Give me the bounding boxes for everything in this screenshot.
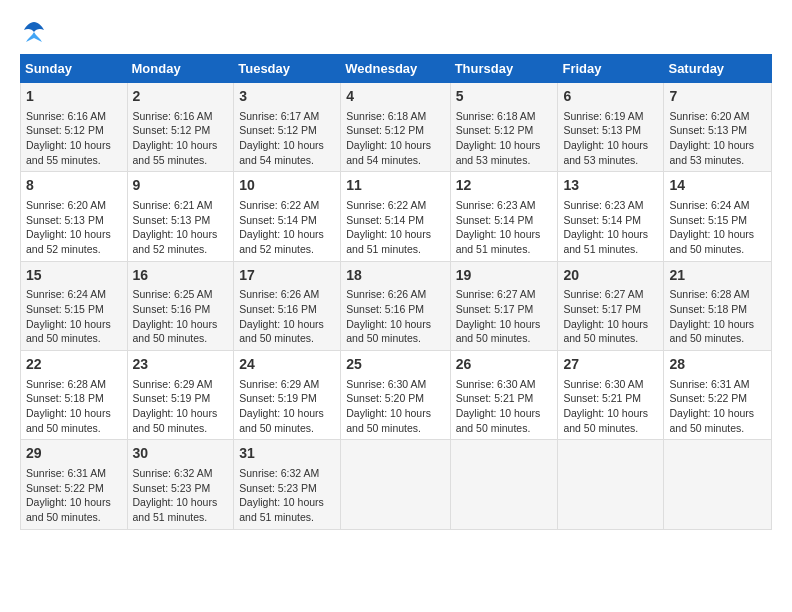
sunset-text: Sunset: 5:21 PM xyxy=(563,392,641,404)
sunrise-text: Sunrise: 6:23 AM xyxy=(563,199,643,211)
daylight-text: and 53 minutes. xyxy=(563,154,638,166)
daylight-text: Daylight: 10 hours xyxy=(239,496,324,508)
sunrise-text: Sunrise: 6:31 AM xyxy=(669,378,749,390)
calendar-cell xyxy=(341,440,450,529)
sunset-text: Sunset: 5:18 PM xyxy=(669,303,747,315)
sunrise-text: Sunrise: 6:20 AM xyxy=(669,110,749,122)
day-number: 29 xyxy=(26,444,122,464)
calendar-cell xyxy=(664,440,772,529)
sunset-text: Sunset: 5:21 PM xyxy=(456,392,534,404)
daylight-text: Daylight: 10 hours xyxy=(239,407,324,419)
logo xyxy=(20,20,52,44)
calendar-table: SundayMondayTuesdayWednesdayThursdayFrid… xyxy=(20,54,772,530)
day-number: 8 xyxy=(26,176,122,196)
sunset-text: Sunset: 5:14 PM xyxy=(346,214,424,226)
sunset-text: Sunset: 5:15 PM xyxy=(669,214,747,226)
calendar-week-row: 1Sunrise: 6:16 AMSunset: 5:12 PMDaylight… xyxy=(21,83,772,172)
sunset-text: Sunset: 5:13 PM xyxy=(563,124,641,136)
day-number: 20 xyxy=(563,266,658,286)
day-number: 3 xyxy=(239,87,335,107)
sunset-text: Sunset: 5:17 PM xyxy=(563,303,641,315)
weekday-header: Tuesday xyxy=(234,55,341,83)
calendar-week-row: 29Sunrise: 6:31 AMSunset: 5:22 PMDayligh… xyxy=(21,440,772,529)
day-number: 13 xyxy=(563,176,658,196)
calendar-cell: 17Sunrise: 6:26 AMSunset: 5:16 PMDayligh… xyxy=(234,261,341,350)
sunrise-text: Sunrise: 6:27 AM xyxy=(456,288,536,300)
sunrise-text: Sunrise: 6:24 AM xyxy=(26,288,106,300)
daylight-text: and 50 minutes. xyxy=(346,332,421,344)
daylight-text: and 50 minutes. xyxy=(26,332,101,344)
day-number: 10 xyxy=(239,176,335,196)
daylight-text: and 55 minutes. xyxy=(133,154,208,166)
daylight-text: and 54 minutes. xyxy=(346,154,421,166)
sunset-text: Sunset: 5:23 PM xyxy=(133,482,211,494)
day-number: 23 xyxy=(133,355,229,375)
daylight-text: Daylight: 10 hours xyxy=(346,228,431,240)
sunset-text: Sunset: 5:16 PM xyxy=(239,303,317,315)
sunset-text: Sunset: 5:14 PM xyxy=(239,214,317,226)
day-number: 9 xyxy=(133,176,229,196)
day-number: 28 xyxy=(669,355,766,375)
day-number: 26 xyxy=(456,355,553,375)
logo-icon xyxy=(20,20,48,44)
calendar-cell: 12Sunrise: 6:23 AMSunset: 5:14 PMDayligh… xyxy=(450,172,558,261)
sunrise-text: Sunrise: 6:30 AM xyxy=(563,378,643,390)
weekday-header: Thursday xyxy=(450,55,558,83)
sunrise-text: Sunrise: 6:22 AM xyxy=(239,199,319,211)
daylight-text: and 50 minutes. xyxy=(563,422,638,434)
daylight-text: Daylight: 10 hours xyxy=(346,407,431,419)
sunset-text: Sunset: 5:19 PM xyxy=(133,392,211,404)
calendar-cell: 3Sunrise: 6:17 AMSunset: 5:12 PMDaylight… xyxy=(234,83,341,172)
daylight-text: Daylight: 10 hours xyxy=(26,228,111,240)
day-number: 12 xyxy=(456,176,553,196)
daylight-text: Daylight: 10 hours xyxy=(239,318,324,330)
day-number: 25 xyxy=(346,355,444,375)
day-number: 2 xyxy=(133,87,229,107)
sunset-text: Sunset: 5:22 PM xyxy=(669,392,747,404)
daylight-text: and 50 minutes. xyxy=(563,332,638,344)
day-number: 15 xyxy=(26,266,122,286)
sunset-text: Sunset: 5:16 PM xyxy=(346,303,424,315)
sunrise-text: Sunrise: 6:20 AM xyxy=(26,199,106,211)
daylight-text: Daylight: 10 hours xyxy=(456,139,541,151)
sunrise-text: Sunrise: 6:21 AM xyxy=(133,199,213,211)
day-number: 4 xyxy=(346,87,444,107)
daylight-text: and 50 minutes. xyxy=(26,511,101,523)
daylight-text: and 54 minutes. xyxy=(239,154,314,166)
sunset-text: Sunset: 5:12 PM xyxy=(346,124,424,136)
calendar-cell: 14Sunrise: 6:24 AMSunset: 5:15 PMDayligh… xyxy=(664,172,772,261)
weekday-header: Monday xyxy=(127,55,234,83)
sunrise-text: Sunrise: 6:30 AM xyxy=(456,378,536,390)
day-number: 22 xyxy=(26,355,122,375)
sunrise-text: Sunrise: 6:25 AM xyxy=(133,288,213,300)
daylight-text: and 51 minutes. xyxy=(456,243,531,255)
daylight-text: Daylight: 10 hours xyxy=(456,318,541,330)
sunset-text: Sunset: 5:12 PM xyxy=(239,124,317,136)
calendar-cell: 29Sunrise: 6:31 AMSunset: 5:22 PMDayligh… xyxy=(21,440,128,529)
daylight-text: Daylight: 10 hours xyxy=(133,496,218,508)
calendar-cell xyxy=(558,440,664,529)
daylight-text: Daylight: 10 hours xyxy=(239,139,324,151)
sunrise-text: Sunrise: 6:29 AM xyxy=(133,378,213,390)
calendar-cell: 31Sunrise: 6:32 AMSunset: 5:23 PMDayligh… xyxy=(234,440,341,529)
calendar-cell: 23Sunrise: 6:29 AMSunset: 5:19 PMDayligh… xyxy=(127,351,234,440)
daylight-text: and 53 minutes. xyxy=(456,154,531,166)
sunrise-text: Sunrise: 6:26 AM xyxy=(346,288,426,300)
day-number: 17 xyxy=(239,266,335,286)
sunrise-text: Sunrise: 6:32 AM xyxy=(239,467,319,479)
calendar-cell: 13Sunrise: 6:23 AMSunset: 5:14 PMDayligh… xyxy=(558,172,664,261)
sunrise-text: Sunrise: 6:16 AM xyxy=(133,110,213,122)
calendar-cell: 1Sunrise: 6:16 AMSunset: 5:12 PMDaylight… xyxy=(21,83,128,172)
sunset-text: Sunset: 5:18 PM xyxy=(26,392,104,404)
daylight-text: Daylight: 10 hours xyxy=(133,139,218,151)
calendar-cell: 21Sunrise: 6:28 AMSunset: 5:18 PMDayligh… xyxy=(664,261,772,350)
daylight-text: and 55 minutes. xyxy=(26,154,101,166)
daylight-text: Daylight: 10 hours xyxy=(563,407,648,419)
weekday-header: Saturday xyxy=(664,55,772,83)
day-number: 16 xyxy=(133,266,229,286)
sunrise-text: Sunrise: 6:19 AM xyxy=(563,110,643,122)
sunrise-text: Sunrise: 6:31 AM xyxy=(26,467,106,479)
day-number: 6 xyxy=(563,87,658,107)
day-number: 7 xyxy=(669,87,766,107)
sunset-text: Sunset: 5:17 PM xyxy=(456,303,534,315)
